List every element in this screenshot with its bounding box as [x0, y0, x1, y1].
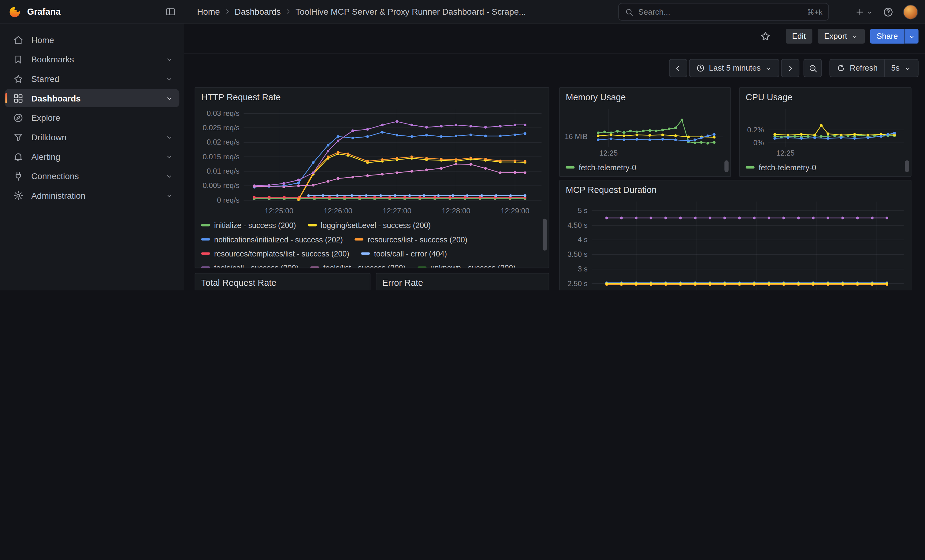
stat-body: 0%	[376, 290, 548, 290]
panel-title[interactable]: MCP Request Duration	[560, 180, 911, 197]
sidebar-item-starred[interactable]: Starred	[5, 70, 179, 88]
cpu-usage-chart[interactable]: 0.2%0%12:25	[742, 104, 908, 158]
legend-label: tools/call - error (404)	[374, 249, 447, 258]
svg-text:12:28:00: 12:28:00	[442, 207, 470, 215]
sidebar-item-label: Drilldown	[31, 132, 66, 142]
plus-icon	[855, 6, 865, 17]
chevron-down-icon[interactable]	[165, 75, 173, 83]
search-input[interactable]: Search... ⌘+k	[618, 3, 829, 21]
chevron-down-icon[interactable]	[165, 94, 173, 102]
legend-label: initialize - success (200)	[214, 221, 296, 230]
svg-text:4 s: 4 s	[578, 236, 588, 244]
legend-item[interactable]: fetch-telemetry-0	[746, 163, 817, 172]
sidebar-item-connections[interactable]: Connections	[5, 167, 179, 185]
legend-row: tools/call - success (200)tools/list - s…	[201, 260, 543, 267]
svg-text:12:26:00: 12:26:00	[324, 207, 353, 215]
legend-item[interactable]: unknown - success (200)	[417, 263, 515, 267]
svg-text:0.01 req/s: 0.01 req/s	[207, 167, 240, 175]
legend-scrollbar[interactable]	[905, 161, 909, 173]
user-avatar[interactable]	[903, 4, 918, 19]
home-icon	[13, 35, 24, 45]
panel-title[interactable]: CPU Usage	[740, 88, 911, 104]
http-legend: initialize - success (200)logging/setLev…	[195, 216, 548, 268]
legend-item[interactable]: resources/templates/list - success (200)	[201, 249, 350, 258]
legend-scrollbar[interactable]	[542, 219, 547, 251]
panel-title[interactable]: Total Request Rate	[195, 273, 370, 290]
sidebar-item-label: Bookmarks	[31, 54, 74, 64]
sidebar-item-administration[interactable]: Administration	[5, 186, 179, 204]
share-dropdown-button[interactable]	[904, 29, 919, 44]
refresh-button[interactable]: Refresh	[830, 59, 884, 77]
help-button[interactable]	[883, 6, 894, 17]
legend-swatch-icon	[201, 267, 210, 268]
legend-item[interactable]: fetch-telemetry-0	[566, 163, 637, 172]
breadcrumb-home[interactable]: Home	[197, 7, 220, 16]
legend-item[interactable]: tools/call - error (404)	[361, 249, 447, 258]
time-back-button[interactable]	[669, 59, 687, 77]
time-controls: Last 5 minutes Refresh 5s	[669, 59, 918, 77]
chevron-down-icon[interactable]	[165, 153, 173, 161]
svg-text:12:29:00: 12:29:00	[501, 207, 529, 215]
legend-item[interactable]: tools/call - success (200)	[201, 263, 298, 267]
legend-swatch-icon	[310, 267, 319, 268]
legend-label: tools/call - success (200)	[214, 263, 298, 267]
legend-row: initialize - success (200)logging/setLev…	[201, 218, 543, 232]
sidebar-item-explore[interactable]: Explore	[5, 108, 179, 127]
time-range-picker[interactable]: Last 5 minutes	[689, 59, 780, 77]
legend-item[interactable]: resources/list - success (200)	[355, 235, 467, 244]
panel-title[interactable]: HTTP Request Rate	[195, 88, 548, 104]
sidebar-item-bookmarks[interactable]: Bookmarks	[5, 50, 179, 69]
memory-legend: fetch-telemetry-0	[560, 159, 730, 176]
legend-item[interactable]: notifications/initialized - success (202…	[201, 235, 343, 244]
svg-text:3 s: 3 s	[578, 265, 588, 273]
breadcrumb-dashboards[interactable]: Dashboards	[235, 7, 281, 16]
bookmark-icon	[13, 54, 24, 65]
legend-item[interactable]: tools/list - success (200)	[310, 263, 405, 267]
refresh-group: Refresh 5s	[830, 59, 918, 77]
legend-item[interactable]: logging/setLevel - success (200)	[308, 221, 431, 230]
sidebar-item-drilldown[interactable]: Drilldown	[5, 128, 179, 146]
favorite-star-icon[interactable]	[759, 30, 771, 42]
svg-text:12:27:00: 12:27:00	[383, 207, 411, 215]
sidebar-nav-list: HomeBookmarksStarredDashboardsExploreDri…	[5, 30, 179, 204]
memory-usage-chart[interactable]: 16 MiB12:25	[562, 104, 728, 158]
sidebar-item-label: Home	[31, 35, 54, 45]
panel-error-rate: Error Rate 0%	[376, 273, 549, 290]
chevron-down-icon[interactable]	[165, 172, 173, 180]
dock-sidebar-toggle[interactable]	[165, 6, 176, 17]
sidebar-item-alerting[interactable]: Alerting	[5, 147, 179, 166]
sidebar-item-label: Administration	[31, 191, 85, 200]
legend-label: resources/list - success (200)	[368, 235, 467, 244]
http-request-rate-chart[interactable]: 0 req/s0.005 req/s0.01 req/s0.015 req/s0…	[197, 104, 546, 216]
sidebar-item-home[interactable]: Home	[5, 30, 179, 49]
time-forward-button[interactable]	[781, 59, 800, 77]
legend-scrollbar[interactable]	[724, 161, 729, 173]
chart-canvas: 16 MiB12:25	[562, 104, 728, 158]
refresh-interval-dropdown[interactable]: 5s	[884, 59, 918, 77]
legend-label: resources/templates/list - success (200)	[214, 249, 350, 258]
export-button[interactable]: Export	[818, 29, 865, 44]
question-icon	[883, 6, 894, 17]
chevron-down-icon[interactable]	[165, 191, 173, 200]
svg-text:0.025 req/s: 0.025 req/s	[202, 123, 240, 132]
panel-title[interactable]: Error Rate	[376, 273, 548, 290]
chevron-down-icon[interactable]	[165, 55, 173, 63]
share-button[interactable]: Share	[870, 29, 904, 44]
zoom-out-button[interactable]	[804, 59, 822, 77]
chevron-down-icon[interactable]	[165, 133, 173, 141]
search-icon	[625, 7, 633, 17]
star-icon	[13, 74, 24, 84]
sidebar: HomeBookmarksStarredDashboardsExploreDri…	[0, 24, 184, 290]
sidebar-item-dashboards[interactable]: Dashboards	[5, 89, 179, 107]
grafana-logo	[8, 5, 21, 18]
mcp-request-duration-chart[interactable]: 2.50 s3 s3.50 s4 s4.50 s5 s12:25:0012:26…	[562, 197, 908, 290]
new-menu-button[interactable]	[855, 6, 873, 17]
sidebar-item-label: Starred	[31, 74, 59, 83]
edit-button[interactable]: Edit	[785, 29, 812, 44]
legend-item[interactable]: initialize - success (200)	[201, 221, 296, 230]
svg-text:0 req/s: 0 req/s	[217, 196, 240, 204]
refresh-label: Refresh	[850, 64, 878, 72]
legend-swatch-icon	[361, 252, 370, 255]
panel-http-request-rate: HTTP Request Rate 0 req/s0.005 req/s0.01…	[194, 87, 549, 268]
panel-title[interactable]: Memory Usage	[560, 88, 730, 104]
